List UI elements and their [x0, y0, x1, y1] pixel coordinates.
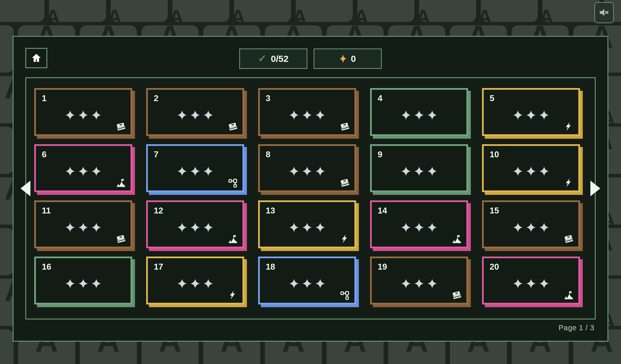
star-rating — [513, 223, 549, 233]
level-card[interactable]: 5 — [482, 88, 580, 136]
level-number: 1 — [42, 94, 47, 103]
star-slot-icon — [78, 166, 88, 177]
star-slot-icon — [526, 279, 536, 289]
star-slot-icon — [526, 223, 536, 233]
bg-corner-letter: A — [323, 362, 338, 364]
star-rating — [289, 223, 325, 233]
bg-card-tile: A — [0, 329, 14, 364]
star-slot-icon — [414, 166, 424, 177]
level-card[interactable]: 18 — [258, 257, 356, 304]
star-rating — [289, 279, 325, 289]
star-slot-icon — [302, 223, 312, 233]
mute-button[interactable] — [594, 2, 614, 23]
home-button[interactable] — [25, 48, 47, 68]
level-number: 18 — [266, 262, 275, 271]
level-card[interactable]: 12 — [146, 200, 244, 248]
star-slot-icon — [414, 223, 424, 233]
mountain-flag-icon — [452, 234, 462, 244]
star-rating — [65, 110, 101, 121]
bg-corner-letter: A — [570, 362, 585, 364]
star-slot-icon — [539, 166, 549, 177]
level-number: 15 — [490, 206, 499, 215]
bg-corner-letter: A — [107, 7, 122, 27]
level-number: 2 — [154, 94, 158, 103]
star-rating — [177, 166, 213, 177]
star-slot-icon — [302, 166, 312, 177]
level-card[interactable]: 2 — [146, 88, 244, 136]
star-slot-icon — [289, 279, 299, 289]
level-card[interactable]: 11 — [34, 200, 132, 248]
star-slot-icon — [289, 166, 299, 177]
spark-icon — [339, 54, 347, 63]
star-slot-icon — [315, 110, 325, 121]
level-card[interactable]: 19 — [370, 257, 468, 304]
star-slot-icon — [526, 166, 536, 177]
level-card[interactable]: 15 — [482, 200, 580, 248]
level-number: 17 — [154, 262, 163, 271]
star-slot-icon — [539, 110, 549, 121]
level-card[interactable]: 14 — [370, 200, 468, 248]
level-card[interactable]: 1 — [34, 88, 132, 136]
level-number: 16 — [42, 262, 51, 271]
star-slot-icon — [91, 223, 101, 233]
next-page-button[interactable] — [590, 181, 600, 196]
page-indicator: Page 1 / 3 — [558, 323, 594, 332]
level-number: 14 — [378, 206, 387, 215]
level-grid: 1 2 3 4 5 6 7 8 9 10 11 — [25, 77, 596, 319]
workflow-icon — [340, 290, 350, 300]
level-card[interactable]: 17 — [146, 257, 244, 304]
star-slot-icon — [302, 110, 312, 121]
level-card[interactable]: 3 — [258, 88, 356, 136]
level-card[interactable]: 13 — [258, 200, 356, 248]
star-slot-icon — [177, 110, 187, 121]
bg-card-tile: A — [0, 127, 14, 174]
star-slot-icon — [65, 223, 75, 233]
level-card[interactable]: 7 — [146, 144, 244, 192]
level-card[interactable]: 6 — [34, 144, 132, 192]
star-slot-icon — [401, 223, 411, 233]
star-slot-icon — [302, 279, 312, 289]
star-slot-icon — [414, 279, 424, 289]
arrow-right-icon — [590, 181, 600, 196]
bg-card-tile: A — [0, 25, 14, 73]
level-card[interactable]: 16 — [34, 257, 132, 304]
mountain-flag-icon — [564, 290, 574, 300]
star-rating — [401, 279, 437, 289]
level-card[interactable]: 9 — [370, 144, 468, 192]
star-slot-icon — [65, 166, 75, 177]
star-rating — [401, 166, 437, 177]
level-card[interactable]: 8 — [258, 144, 356, 192]
bg-corner-letter: A — [292, 7, 307, 27]
star-rating — [65, 223, 101, 233]
star-slot-icon — [203, 279, 213, 289]
lightning-icon — [564, 122, 574, 131]
star-slot-icon — [526, 110, 536, 121]
bg-card-tile: A — [0, 228, 14, 275]
lightning-icon — [340, 234, 350, 244]
level-card[interactable]: 10 — [482, 144, 580, 192]
star-rating — [177, 279, 213, 289]
bg-corner-letter: A — [138, 362, 153, 364]
star-rating — [513, 166, 549, 177]
star-slot-icon — [190, 223, 200, 233]
star-slot-icon — [203, 110, 213, 121]
lightning-icon — [228, 290, 238, 300]
bg-corner-letter: A — [354, 7, 369, 27]
level-card[interactable]: 4 — [370, 88, 468, 136]
books-icon — [228, 122, 238, 131]
header-counters: ✓ 0/52 0 — [239, 49, 382, 69]
prev-page-button[interactable] — [20, 181, 30, 196]
level-select-panel: ✓ 0/52 0 1 2 3 4 5 6 7 — [13, 36, 608, 342]
level-number: 10 — [490, 150, 499, 159]
star-slot-icon — [190, 279, 200, 289]
books-icon — [564, 234, 574, 244]
star-rating — [289, 110, 325, 121]
star-slot-icon — [427, 223, 437, 233]
books-icon — [340, 178, 350, 187]
level-number: 19 — [378, 262, 387, 271]
star-slot-icon — [401, 110, 411, 121]
level-card[interactable]: 20 — [482, 257, 580, 304]
bg-corner-letter: A — [477, 7, 492, 27]
bg-corner-letter: A — [200, 362, 214, 364]
star-rating — [65, 166, 101, 177]
